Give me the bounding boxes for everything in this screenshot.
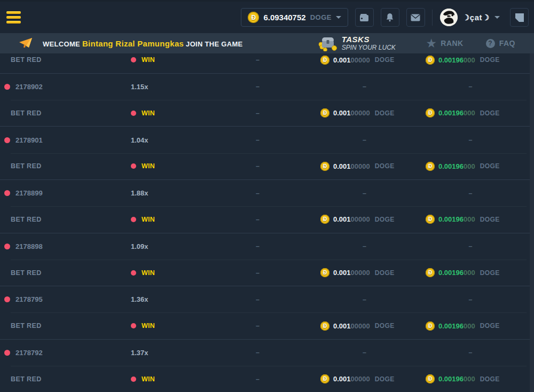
bet-label: BET RED bbox=[11, 322, 42, 330]
amount-trailing-zeros: 00000 bbox=[351, 162, 370, 170]
bet-id-row: 21787921.37x––– bbox=[0, 340, 534, 366]
balance-dropdown[interactable]: Ð 6.09340752 DOGE bbox=[241, 8, 348, 27]
balance-currency: DOGE bbox=[310, 13, 332, 21]
result-cell: WIN bbox=[131, 109, 224, 117]
empty-cell: – bbox=[224, 296, 291, 303]
amount-value: 0.001 bbox=[333, 322, 351, 330]
chat-toggle-button[interactable] bbox=[510, 8, 529, 27]
amount-value: 0.00196 bbox=[438, 109, 464, 117]
amount-currency: DOGE bbox=[375, 162, 395, 170]
amount-trailing-zeros: 00000 bbox=[351, 215, 370, 223]
bet-label-cell: BET RED bbox=[0, 56, 131, 64]
star-icon: ★ bbox=[427, 38, 436, 49]
amount-cell: Ð0.00100000DOGE bbox=[291, 268, 425, 277]
empty-cell: – bbox=[224, 136, 291, 144]
user-avatar[interactable] bbox=[440, 9, 458, 26]
amount-currency: DOGE bbox=[375, 269, 395, 277]
welcome-message: WELCOME Bintang Rizal Pamungkas JOIN THE… bbox=[43, 39, 243, 48]
amount-currency: DOGE bbox=[375, 375, 395, 383]
amount-currency: DOGE bbox=[375, 322, 395, 330]
bet-result-row: BET REDWIN–Ð0.00100000DOGEÐ0.00196000DOG… bbox=[0, 260, 534, 286]
amount-value: 0.00196 bbox=[438, 56, 464, 64]
amount-currency: DOGE bbox=[480, 56, 500, 64]
red-dot-icon bbox=[4, 84, 10, 90]
red-dot-icon bbox=[131, 111, 136, 116]
bet-id-cell[interactable]: 2178899 bbox=[0, 189, 131, 197]
menu-hamburger-icon[interactable] bbox=[6, 11, 21, 23]
amount-currency: DOGE bbox=[375, 56, 395, 64]
bet-pair: 21788991.88x–––BET REDWIN–Ð0.00100000DOG… bbox=[0, 179, 534, 233]
amount-cell: Ð0.00100000DOGE bbox=[291, 322, 425, 331]
scrollbar-track[interactable] bbox=[530, 53, 534, 392]
bet-label-cell: BET RED bbox=[0, 216, 131, 223]
faq-button[interactable]: ? FAQ bbox=[486, 39, 515, 48]
amount-cell: Ð0.00100000DOGE bbox=[291, 108, 425, 117]
amount-currency: DOGE bbox=[480, 216, 500, 223]
chevron-down-icon bbox=[336, 16, 341, 19]
doge-coin-icon: Ð bbox=[426, 108, 435, 117]
doge-coin-icon: Ð bbox=[320, 162, 329, 171]
amount-trailing-zeros: 000 bbox=[464, 215, 475, 223]
amount-cell: Ð0.00100000DOGE bbox=[291, 215, 425, 224]
multiplier-cell: 1.36x bbox=[131, 295, 224, 303]
multiplier-cell: 1.04x bbox=[131, 136, 224, 144]
bet-label: BET RED bbox=[11, 269, 42, 277]
red-dot-icon bbox=[4, 137, 10, 143]
bets-table: BET REDWIN–Ð0.00100000DOGEÐ0.00196000DOG… bbox=[0, 53, 534, 392]
multiplier-cell: 1.09x bbox=[131, 242, 224, 250]
bet-id-cell[interactable]: 2178901 bbox=[0, 136, 131, 144]
bet-id-cell[interactable]: 2178898 bbox=[0, 242, 131, 250]
empty-cell: – bbox=[425, 136, 534, 144]
empty-cell: – bbox=[224, 242, 291, 250]
empty-cell: – bbox=[291, 349, 425, 356]
bet-id: 2178899 bbox=[15, 189, 43, 197]
doge-coin-icon: Ð bbox=[320, 322, 329, 331]
result-label: WIN bbox=[142, 269, 155, 277]
red-dot-icon bbox=[4, 190, 10, 196]
bet-label-cell: BET RED bbox=[0, 375, 131, 383]
amount-trailing-zeros: 00000 bbox=[351, 322, 370, 330]
amount-cell: Ð0.00196000DOGE bbox=[425, 215, 534, 224]
bet-id-row: 21789011.04x––– bbox=[0, 127, 534, 153]
empty-cell: – bbox=[224, 109, 291, 117]
doge-coin-icon: Ð bbox=[426, 162, 435, 171]
bet-label-cell: BET RED bbox=[0, 162, 131, 170]
bet-pair: 21789011.04x–––BET REDWIN–Ð0.00100000DOG… bbox=[0, 126, 534, 179]
amount-cell: Ð0.00196000DOGE bbox=[425, 268, 534, 277]
wallet-button[interactable] bbox=[355, 8, 374, 27]
bet-id: 2178902 bbox=[15, 83, 43, 91]
announcement-banner: WELCOME Bintang Rizal Pamungkas JOIN THE… bbox=[0, 33, 534, 53]
empty-cell: – bbox=[425, 349, 534, 356]
amount-currency: DOGE bbox=[480, 322, 500, 330]
bet-label: BET RED bbox=[11, 109, 42, 117]
messages-button[interactable] bbox=[406, 8, 425, 27]
amount-cell: Ð0.00100000DOGE bbox=[291, 374, 425, 383]
username-label[interactable]: ☽çat☽ bbox=[462, 13, 490, 22]
user-menu-chevron-icon[interactable] bbox=[494, 16, 500, 19]
bell-icon bbox=[386, 13, 394, 22]
multiplier-value: 1.36x bbox=[131, 295, 148, 303]
bet-id-cell[interactable]: 2178902 bbox=[0, 83, 131, 91]
notifications-button[interactable] bbox=[381, 8, 399, 27]
bet-id: 2178795 bbox=[15, 295, 43, 303]
amount-cell: Ð0.00196000DOGE bbox=[425, 108, 534, 117]
welcome-prefix: WELCOME bbox=[43, 40, 82, 48]
bet-pair: BET REDWIN–Ð0.00100000DOGEÐ0.00196000DOG… bbox=[0, 53, 534, 73]
result-label: WIN bbox=[142, 216, 155, 223]
result-cell: WIN bbox=[131, 322, 224, 330]
empty-cell: – bbox=[224, 269, 291, 277]
bet-result-row: BET REDWIN–Ð0.00100000DOGEÐ0.00196000DOG… bbox=[0, 100, 534, 126]
amount-trailing-zeros: 00000 bbox=[351, 56, 370, 64]
envelope-icon bbox=[411, 14, 420, 21]
doge-coin-icon: Ð bbox=[426, 268, 435, 277]
rank-button[interactable]: ★ RANK bbox=[427, 38, 464, 49]
bet-id-cell[interactable]: 2178795 bbox=[0, 295, 131, 303]
bet-pair: 21787921.37x–––BET REDWIN–Ð0.00100000DOG… bbox=[0, 339, 534, 392]
tasks-button[interactable]: TASKS SPIN YOUR LUCK bbox=[318, 35, 396, 51]
chat-panel-icon bbox=[515, 13, 524, 22]
bet-id-cell[interactable]: 2178792 bbox=[0, 349, 131, 357]
amount-cell: Ð0.00100000DOGE bbox=[291, 162, 425, 171]
doge-coin-icon: Ð bbox=[426, 322, 435, 331]
balance-amount: 6.09340752 bbox=[263, 13, 305, 22]
amount-cell: Ð0.00196000DOGE bbox=[425, 56, 534, 65]
